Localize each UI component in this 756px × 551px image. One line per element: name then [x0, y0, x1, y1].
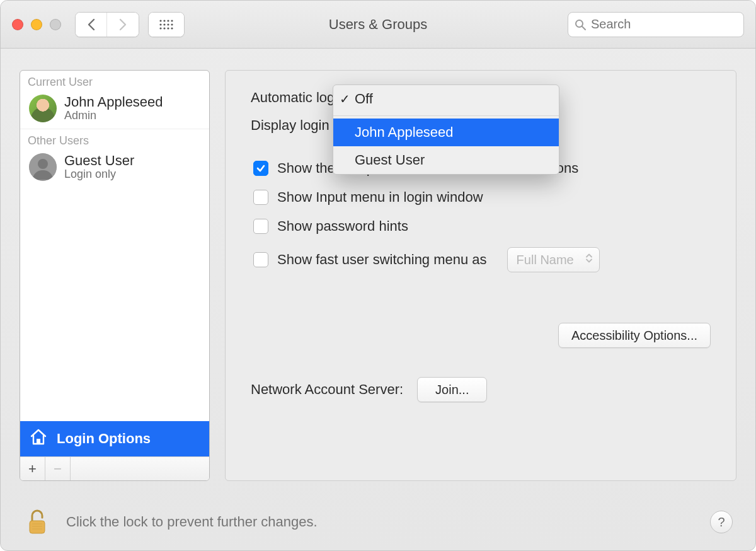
show-all-button[interactable]	[148, 12, 185, 37]
grid-icon	[149, 13, 184, 37]
login-options-tab[interactable]: Login Options	[20, 421, 209, 456]
remove-user-button[interactable]: −	[45, 457, 71, 480]
search-field[interactable]	[568, 12, 744, 37]
svg-point-8	[159, 27, 161, 29]
house-icon	[29, 427, 48, 450]
add-user-button[interactable]: +	[20, 457, 45, 480]
option-label: John Appleseed	[355, 124, 454, 141]
content-area: Current User John Appleseed Admin Other …	[1, 49, 755, 494]
checkbox[interactable]	[253, 161, 268, 176]
svg-point-15	[38, 159, 48, 169]
user-row-guest[interactable]: Guest User Login only	[20, 149, 209, 187]
current-user-label: Current User	[20, 71, 209, 90]
users-sidebar: Current User John Appleseed Admin Other …	[20, 70, 210, 481]
svg-point-0	[159, 20, 161, 21]
user-name: Guest User	[64, 153, 134, 169]
select-value: Full Name	[517, 253, 574, 267]
auto-login-dropdown[interactable]: ✓ Off John Appleseed Guest User	[333, 84, 559, 175]
svg-line-13	[582, 26, 585, 30]
dropdown-separator	[333, 115, 559, 116]
forward-button[interactable]	[107, 13, 139, 37]
lock-button[interactable]	[23, 508, 51, 536]
updown-icon	[585, 253, 593, 267]
user-role: Admin	[64, 109, 163, 122]
display-login-label: Display login wi	[251, 117, 346, 134]
checkbox[interactable]	[253, 190, 268, 205]
chk-row-input[interactable]: Show Input menu in login window	[253, 189, 711, 206]
option-label: Off	[355, 91, 373, 107]
dropdown-option-john[interactable]: John Appleseed	[333, 119, 559, 146]
nav-buttons	[75, 12, 139, 37]
chk-label: Show fast user switching menu as	[277, 252, 487, 268]
svg-point-9	[163, 27, 165, 29]
check-icon: ✓	[340, 91, 350, 107]
join-button[interactable]: Join...	[417, 377, 487, 402]
back-button[interactable]	[76, 13, 107, 37]
avatar	[29, 153, 57, 181]
nas-label: Network Account Server:	[251, 381, 403, 398]
svg-point-1	[163, 20, 165, 21]
titlebar: Users & Groups	[1, 1, 755, 49]
user-role: Login only	[64, 168, 134, 181]
svg-rect-17	[30, 521, 45, 533]
svg-point-10	[167, 27, 169, 29]
lock-text: Click the lock to prevent further change…	[66, 514, 318, 530]
accessibility-options-button[interactable]: Accessibility Options...	[558, 323, 711, 348]
close-button[interactable]	[12, 19, 23, 30]
chk-label: Show password hints	[277, 218, 408, 235]
login-options-panel: Automatic login Display login wi Show th…	[225, 70, 736, 481]
svg-rect-16	[37, 439, 40, 444]
chk-row-hints[interactable]: Show password hints	[253, 218, 711, 235]
auto-login-label: Automatic login	[251, 90, 345, 106]
login-options-label: Login Options	[57, 431, 151, 447]
add-remove-bar: + −	[20, 456, 209, 480]
dropdown-option-off[interactable]: ✓ Off	[333, 85, 559, 113]
search-icon	[575, 19, 586, 30]
svg-point-7	[171, 23, 173, 25]
avatar	[29, 95, 57, 122]
dropdown-option-guest[interactable]: Guest User	[333, 146, 559, 174]
search-input[interactable]	[591, 17, 737, 32]
help-button[interactable]: ?	[710, 511, 733, 533]
help-label: ?	[718, 515, 724, 530]
minimize-button[interactable]	[31, 19, 42, 30]
checkbox[interactable]	[253, 252, 268, 267]
svg-point-11	[171, 27, 173, 29]
user-row-john[interactable]: John Appleseed Admin	[20, 90, 209, 129]
chk-row-fast[interactable]: Show fast user switching menu as Full Na…	[253, 247, 711, 272]
svg-point-3	[171, 20, 173, 21]
lock-icon	[26, 508, 49, 536]
svg-point-5	[163, 23, 165, 25]
svg-point-6	[167, 23, 169, 25]
zoom-button[interactable]	[50, 19, 61, 30]
traffic-lights	[12, 19, 61, 30]
prefs-window: Users & Groups Current User John Applese…	[0, 0, 756, 551]
option-label: Guest User	[355, 152, 425, 168]
chk-label: Show Input menu in login window	[277, 189, 483, 206]
svg-point-2	[167, 20, 169, 21]
footer: Click the lock to prevent further change…	[1, 494, 755, 550]
fast-user-select: Full Name	[507, 247, 600, 272]
user-name: John Appleseed	[64, 94, 163, 110]
other-users-label: Other Users	[20, 129, 209, 149]
checkbox[interactable]	[253, 219, 268, 234]
svg-point-4	[159, 23, 161, 25]
